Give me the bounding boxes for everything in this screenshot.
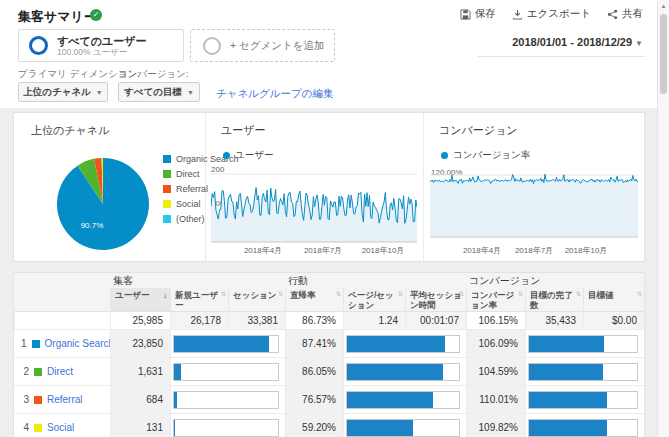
total-conversion-rate: 106.15% xyxy=(466,311,525,329)
legend-swatch-icon xyxy=(163,155,171,163)
bar-track xyxy=(346,363,460,381)
date-range-selector[interactable]: 2018/01/01 - 2018/12/29▼ xyxy=(512,36,643,48)
bar-track xyxy=(346,419,460,437)
users-xtick: 2018年10月 xyxy=(362,245,405,256)
bounce-rate-bar xyxy=(343,385,466,413)
column-header-goal-completions[interactable]: 目標の完了数⇅ xyxy=(525,288,583,311)
panel-divider xyxy=(423,113,424,261)
bar-track xyxy=(173,391,279,409)
channel-link[interactable]: Direct xyxy=(47,366,73,377)
bar-track xyxy=(173,363,279,381)
sort-icon: ⇅ xyxy=(278,290,283,300)
channels-pie-chart[interactable] xyxy=(43,151,163,259)
bar-fill xyxy=(529,392,607,408)
cell-users: 131 xyxy=(110,413,170,437)
save-button[interactable]: 保存 xyxy=(460,7,496,21)
scrollbar-thumb[interactable] xyxy=(660,14,667,94)
cell-bounce-rate: 86.05% xyxy=(285,357,343,385)
charts-card: 上位のチャネル 90.7% Organic SearchDirectReferr… xyxy=(13,112,645,262)
sort-icon: ⇅ xyxy=(518,290,523,300)
edit-channel-group-link[interactable]: チャネルグループの編集 xyxy=(216,87,333,101)
share-label: 共有 xyxy=(622,7,643,21)
dimension-dropdown[interactable]: 上位のチャネル▼ xyxy=(18,82,108,102)
column-header-new-users[interactable]: 新規ユーザー⇅ xyxy=(170,288,228,311)
totals-row-label xyxy=(14,311,110,329)
bar-fill xyxy=(347,392,433,408)
bounce-rate-bar xyxy=(343,413,466,437)
cell-bounce-rate: 76.57% xyxy=(285,385,343,413)
export-label: エクスポート xyxy=(527,7,591,21)
legend-label: (Other) xyxy=(176,214,205,224)
legend-swatch-icon xyxy=(163,215,171,223)
table-row-channel: 3Referral xyxy=(14,385,110,413)
share-button[interactable]: 共有 xyxy=(607,7,643,21)
bar-fill xyxy=(347,420,413,436)
total-goal-completions: 35,433 xyxy=(525,311,583,329)
date-range-value: 2018/01/01 - 2018/12/29 xyxy=(512,36,632,48)
users-bar xyxy=(170,385,285,413)
cell-conversion-rate: 109.82% xyxy=(466,413,525,437)
cell-users: 684 xyxy=(110,385,170,413)
column-header-bounce-rate[interactable]: 直帰率⇅ xyxy=(285,288,343,311)
legend-swatch-icon xyxy=(163,185,171,193)
column-header-avg-session-duration[interactable]: 平均セッション時間⇅ xyxy=(405,288,466,311)
table-corner xyxy=(14,273,110,288)
column-header-goal-value[interactable]: 目標値⇅ xyxy=(583,288,644,311)
users-legend: ユーザー xyxy=(223,149,273,162)
users-legend-label: ユーザー xyxy=(235,149,273,162)
channel-link[interactable]: Organic Search xyxy=(45,338,114,349)
conversion-label: コンバージョン: xyxy=(118,68,188,81)
total-bounce-rate: 86.73% xyxy=(285,311,343,329)
cell-bounce-rate: 87.41% xyxy=(285,329,343,357)
add-segment-button[interactable]: + セグメントを追加 xyxy=(190,29,335,62)
bar-fill xyxy=(529,336,604,352)
segment-title: すべてのユーザー xyxy=(57,35,147,47)
channel-swatch-icon xyxy=(34,368,42,376)
channels-table: 集客行動コンバージョンユーザー↓新規ユーザー⇅セッション⇅直帰率⇅ページ/セッシ… xyxy=(14,273,644,437)
column-header-conversion-rate[interactable]: コンバージョン率⇅ xyxy=(466,288,525,311)
sort-icon: ⇅ xyxy=(336,290,341,300)
report-toolbar: 保存 エクスポート 共有 xyxy=(460,7,643,21)
bar-track xyxy=(346,391,460,409)
page-title: 集客サマリー xyxy=(18,8,97,26)
column-header-pages-per-session[interactable]: ページ/セッション⇅ xyxy=(343,288,405,311)
column-header-users[interactable]: ユーザー↓ xyxy=(110,288,170,311)
bar-track xyxy=(528,419,638,437)
goal-dropdown[interactable]: すべての目標▼ xyxy=(118,82,200,102)
vertical-scrollbar[interactable]: ▲ xyxy=(657,0,669,437)
download-icon xyxy=(512,9,523,20)
legend-swatch-icon xyxy=(163,200,171,208)
channel-link[interactable]: Referral xyxy=(47,394,83,405)
chevron-down-icon: ▼ xyxy=(187,89,194,96)
row-rank: 4 xyxy=(21,422,29,433)
segment-all-users[interactable]: すべてのユーザー 100.00% ユーザー xyxy=(18,29,184,62)
legend-dot-icon xyxy=(223,152,230,159)
sort-icon: ⇅ xyxy=(637,290,642,300)
cell-conversion-rate: 110.01% xyxy=(466,385,525,413)
channel-swatch-icon xyxy=(34,424,42,432)
users-bar xyxy=(170,357,285,385)
bar-track xyxy=(528,363,638,381)
users-bar xyxy=(170,413,285,437)
row-rank: 3 xyxy=(21,394,29,405)
conversion-rate-bar xyxy=(525,385,644,413)
users-line-chart[interactable] xyxy=(211,167,417,243)
column-header-sessions[interactable]: セッション⇅ xyxy=(228,288,285,311)
add-segment-label: + セグメントを追加 xyxy=(230,39,325,53)
scroll-up-icon[interactable]: ▲ xyxy=(658,0,669,12)
total-avg-session-duration: 00:01:07 xyxy=(405,311,466,329)
legend-swatch-icon xyxy=(163,170,171,178)
channel-swatch-icon xyxy=(32,340,40,348)
conversions-line-chart[interactable] xyxy=(430,167,638,239)
bar-track xyxy=(173,335,279,353)
column-group-0: 集客 xyxy=(110,273,285,288)
goal-dropdown-value: すべての目標 xyxy=(124,86,182,99)
verified-badge-icon: ✓ xyxy=(90,9,102,21)
pie-panel-title: 上位のチャネル xyxy=(31,123,109,138)
row-rank: 2 xyxy=(21,366,29,377)
bar-fill xyxy=(174,420,175,436)
channel-link[interactable]: Social xyxy=(47,422,74,433)
export-button[interactable]: エクスポート xyxy=(512,7,591,21)
bar-fill xyxy=(174,392,177,408)
total-pages-per-session: 1.24 xyxy=(343,311,405,329)
